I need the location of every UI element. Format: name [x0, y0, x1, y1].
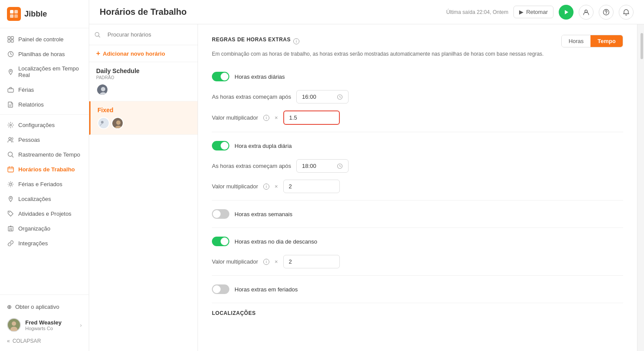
svg-rect-15 — [8, 167, 13, 172]
svg-rect-3 — [14, 14, 18, 18]
svg-rect-19 — [8, 227, 13, 231]
double-daily-overtime-toggle[interactable] — [212, 141, 229, 150]
svg-rect-4 — [8, 37, 10, 39]
schedule-item-daily[interactable]: Daily Schedule PADRÃO — [89, 62, 198, 101]
holiday-overtime-toggle[interactable] — [212, 284, 229, 294]
user-row[interactable]: Fred Weasley Hogwarts Co › — [7, 314, 82, 336]
help-button[interactable] — [599, 5, 614, 20]
sidebar-item-integracoes[interactable]: Integrações — [0, 236, 89, 251]
daily-multiplier-row: Valor multiplicador i × — [212, 107, 623, 128]
user-name: Fred Weasley — [25, 319, 76, 326]
play-button[interactable] — [559, 5, 574, 20]
tag-icon — [7, 210, 14, 217]
file-icon — [7, 101, 14, 108]
daily-overtime-toggle-row: Horas extras diárias — [212, 67, 623, 87]
tempo-toggle-button[interactable]: Tempo — [590, 35, 623, 47]
sidebar: Jibble Painel de controle Planilhas de h… — [0, 0, 89, 351]
svg-point-27 — [95, 32, 99, 36]
schedule-name: Daily Schedule — [96, 67, 191, 74]
sidebar-item-localizacoes[interactable]: Localizações — [0, 191, 89, 206]
sidebar-item-localizacoes-rt[interactable]: Localizações em Tempo Real — [0, 61, 89, 82]
divider-5 — [212, 303, 623, 303]
collapse-icon: « — [7, 338, 10, 344]
x-symbol-2: × — [275, 183, 278, 190]
search-input[interactable] — [104, 30, 192, 40]
schedule-item-fixed[interactable]: Fixed — [89, 101, 198, 135]
sidebar-item-ferias[interactable]: Férias — [0, 82, 89, 97]
circle-icon: ⊕ — [7, 304, 12, 310]
sidebar-item-label: Localizações em Tempo Real — [18, 65, 82, 78]
divider-1 — [212, 132, 623, 132]
sidebar-item-organizacao[interactable]: Organização — [0, 221, 89, 236]
double-multiplier-info-icon[interactable]: i — [263, 184, 269, 190]
double-daily-overtime-toggle-row: Hora extra dupla diária — [212, 136, 623, 156]
sidebar-item-horarios[interactable]: Horários de Trabalho — [0, 162, 89, 177]
weekly-overtime-label: Horas extras semanais — [235, 211, 292, 217]
detail-panel: REGRAS DE HORAS EXTRAS i Horas Tempo Em … — [198, 24, 637, 351]
overtime-section-desc: Em combinação com as horas de trabalho, … — [212, 50, 623, 58]
sidebar-item-label: Férias e Feriados — [18, 181, 62, 187]
header-actions: Última saída 22:04, Ontem ▶ Retomar — [446, 5, 634, 20]
sidebar-item-label: Integrações — [18, 240, 48, 247]
x-symbol: × — [275, 114, 278, 121]
sidebar-item-ferias-feriados[interactable]: Férias e Feriados — [0, 177, 89, 191]
daily-multiplier-info-icon[interactable]: i — [263, 115, 269, 121]
time-track-icon — [7, 151, 14, 158]
daily-starts-after-input[interactable]: 16:00 — [296, 90, 349, 104]
user-company: Hogwarts Co — [25, 326, 76, 331]
briefcase-icon — [7, 86, 14, 93]
svg-point-9 — [10, 70, 11, 72]
schedule-panel: + Adicionar novo horário Daily Schedule … — [89, 24, 198, 351]
scrollbar[interactable] — [637, 24, 644, 351]
get-app-button[interactable]: ⊕ Obter o aplicativo — [7, 300, 82, 314]
user-info: Fred Weasley Hogwarts Co — [25, 319, 76, 331]
svg-point-18 — [9, 212, 10, 213]
plus-icon: + — [96, 50, 100, 57]
sidebar-item-planilhas[interactable]: Planilhas de horas — [0, 47, 89, 61]
rest-day-multiplier-input[interactable] — [283, 255, 340, 268]
daily-overtime-toggle[interactable] — [212, 72, 229, 81]
sidebar-item-atividades[interactable]: Atividades e Projetos — [0, 206, 89, 221]
svg-point-17 — [10, 197, 11, 199]
chevron-right-icon: › — [80, 322, 82, 328]
add-schedule-button[interactable]: + Adicionar novo horário — [89, 45, 198, 62]
sidebar-item-label: Planilhas de horas — [18, 51, 65, 57]
schedule-avatars — [96, 84, 191, 96]
svg-rect-2 — [10, 14, 13, 18]
daily-multiplier-label: Valor multiplicador — [212, 114, 258, 121]
sidebar-item-label: Horários de Trabalho — [18, 166, 75, 173]
svg-point-12 — [9, 137, 11, 140]
sidebar-item-painel[interactable]: Painel de controle — [0, 32, 89, 47]
sidebar-item-configuracoes[interactable]: Configurações — [0, 117, 89, 132]
weekly-overtime-toggle[interactable] — [212, 209, 229, 219]
sidebar-item-pessoas[interactable]: Pessoas — [0, 132, 89, 147]
rest-day-multiplier-row: Valor multiplicador i × — [212, 251, 623, 272]
double-starts-after-input[interactable]: 18:00 — [296, 159, 349, 173]
scroll-thumb — [641, 33, 643, 59]
pin-icon — [7, 68, 14, 75]
rest-day-overtime-toggle[interactable] — [212, 237, 229, 246]
notifications-button[interactable] — [619, 5, 634, 20]
rest-day-overtime-label: Horas extras no dia de descanso — [235, 238, 317, 245]
svg-point-13 — [11, 137, 13, 139]
horas-toggle-button[interactable]: Horas — [562, 35, 591, 47]
schedule-badge: PADRÃO — [96, 75, 191, 80]
svg-rect-6 — [8, 40, 10, 42]
daily-multiplier-input[interactable] — [283, 110, 340, 125]
svg-point-16 — [10, 183, 12, 185]
svg-point-29 — [101, 87, 105, 91]
search-box — [89, 24, 198, 45]
rest-day-multiplier-info-icon[interactable]: i — [263, 259, 269, 265]
overtime-info-icon[interactable]: i — [293, 38, 299, 44]
collapse-button[interactable]: « COLAPSAR — [7, 336, 82, 346]
sidebar-item-label: Configurações — [18, 122, 55, 128]
sidebar-item-relatorios[interactable]: Relatórios — [0, 97, 89, 112]
double-multiplier-input[interactable] — [283, 180, 340, 193]
overtime-section-header: REGRAS DE HORAS EXTRAS i Horas Tempo — [212, 35, 623, 47]
clock-icon — [7, 50, 14, 57]
user-profile-button[interactable] — [579, 5, 594, 20]
retomar-button[interactable]: ▶ Retomar — [513, 6, 553, 18]
svg-point-25 — [604, 9, 609, 15]
divider-3 — [212, 227, 623, 228]
sidebar-item-rastreamento[interactable]: Rastreamento de Tempo — [0, 147, 89, 162]
